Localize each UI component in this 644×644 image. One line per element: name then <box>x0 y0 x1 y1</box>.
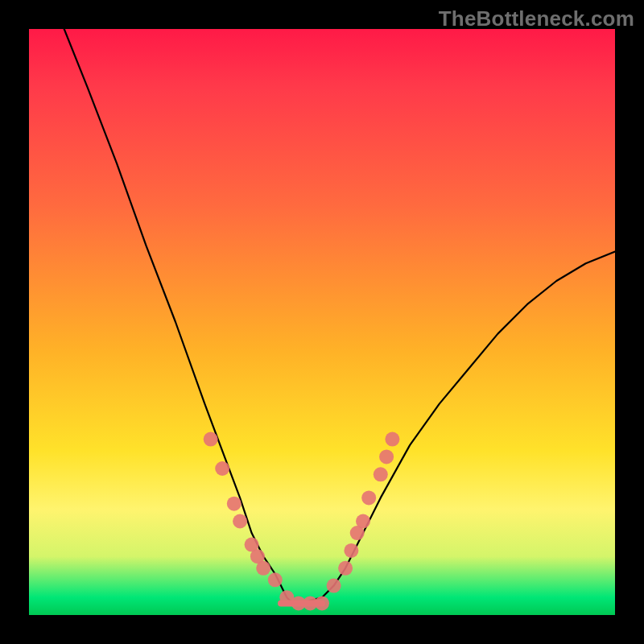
data-marker <box>344 543 358 558</box>
chart-svg <box>29 29 615 615</box>
data-marker <box>215 461 229 476</box>
chart-frame: TheBottleneck.com <box>0 0 644 644</box>
data-marker <box>233 514 247 529</box>
markers-layer <box>204 432 400 611</box>
data-marker <box>256 561 270 576</box>
data-marker <box>204 432 218 447</box>
bottleneck-curve <box>64 29 615 603</box>
data-marker <box>227 497 242 511</box>
data-marker <box>268 572 283 587</box>
data-marker <box>338 561 353 576</box>
data-marker <box>379 449 394 464</box>
data-marker <box>361 490 376 505</box>
data-marker <box>327 579 341 593</box>
watermark-label: TheBottleneck.com <box>439 6 634 31</box>
data-marker <box>356 514 370 529</box>
curve-layer <box>64 29 615 603</box>
data-marker <box>374 467 388 481</box>
data-marker <box>385 432 399 447</box>
plot-area <box>29 29 615 615</box>
